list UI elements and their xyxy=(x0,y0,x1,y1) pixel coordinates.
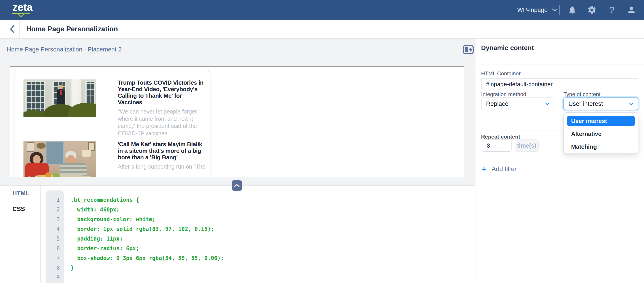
code-line-text: width: 460px; xyxy=(71,206,120,213)
repeat-count-input[interactable] xyxy=(482,140,512,152)
dropdown-option-matching[interactable]: Matching xyxy=(567,142,635,152)
placement-title: Home Page Personalization - Placement 2 xyxy=(7,43,122,56)
back-button[interactable] xyxy=(6,20,19,38)
type-of-content-label: Type of content xyxy=(564,91,600,98)
help-button[interactable]: ? xyxy=(605,0,618,20)
notifications-button[interactable] xyxy=(566,0,579,20)
code-line[interactable]: 4 border: 1px solid rgba(83, 97, 102, 0.… xyxy=(46,224,473,234)
integration-method-value: Replace xyxy=(486,100,508,108)
line-number: 2 xyxy=(46,206,64,213)
code-line[interactable]: 5 padding: 11px; xyxy=(46,234,473,244)
line-number: 7 xyxy=(46,255,64,261)
line-number: 4 xyxy=(46,226,64,232)
zeta-logo-arrow-icon xyxy=(18,14,24,18)
tab-html[interactable]: HTML xyxy=(0,186,40,201)
sidebar-title: Dynamic content xyxy=(481,44,534,52)
header-divider xyxy=(19,20,20,38)
chevron-down-icon xyxy=(545,102,550,105)
tab-css[interactable]: CSS xyxy=(0,201,40,217)
site-preview-panel: Trump Touts COVID Victories in Year-End … xyxy=(10,66,464,177)
help-icon: ? xyxy=(609,5,614,15)
code-line[interactable]: 8} xyxy=(46,263,473,272)
code-line[interactable]: 6 border-radius: 6px; xyxy=(46,244,473,253)
divider xyxy=(481,161,638,161)
preview-panel-icon xyxy=(462,45,474,54)
html-container-label: HTML Container xyxy=(481,70,520,77)
add-filter-button[interactable]: + Add filter xyxy=(482,165,516,173)
recommendations-widget: Trump Touts COVID Victories in Year-End … xyxy=(14,70,210,177)
integration-method-label: Integration method xyxy=(481,91,526,98)
gear-icon xyxy=(587,5,596,15)
line-number: 3 xyxy=(46,216,64,222)
article-excerpt: "We can never let people forget where it… xyxy=(118,108,206,137)
settings-button[interactable] xyxy=(585,0,599,20)
preview-toggle-button[interactable] xyxy=(462,45,474,54)
code-line[interactable]: 1.bt_recommendations { xyxy=(46,195,473,205)
navbar-divider xyxy=(559,5,560,15)
bell-icon xyxy=(568,6,577,14)
placement-divider xyxy=(460,44,460,55)
dropdown-option-alternative[interactable]: Alternative xyxy=(567,129,635,139)
repeat-unit-box: time(s) xyxy=(515,140,538,152)
dynamic-content-sidebar: Dynamic content HTML Container Integrati… xyxy=(475,39,644,283)
code-line[interactable]: 2 width: 460px; xyxy=(46,205,473,214)
editor-tab-column: HTML CSS xyxy=(0,186,40,283)
plus-icon: + xyxy=(482,165,486,173)
type-of-content-select[interactable]: User interest xyxy=(564,98,638,110)
article-item: Trump Touts COVID Victories in Year-End … xyxy=(24,80,206,137)
collapse-editor-button[interactable] xyxy=(232,180,242,191)
line-number: 8 xyxy=(46,265,64,271)
type-of-content-value: User interest xyxy=(568,100,603,108)
code-line[interactable]: 9 xyxy=(46,272,473,282)
dropdown-option-user-interest[interactable]: User interest xyxy=(567,116,635,126)
article-text: 'Call Me Kat' stars Mayim Bialik in a si… xyxy=(118,141,206,177)
zeta-logo-text: zeta xyxy=(12,2,40,13)
article-excerpt: After a long supporting run on "The xyxy=(118,163,206,170)
workspace-label: WP-Inpage xyxy=(517,6,548,14)
article-item: 'Call Me Kat' stars Mayim Bialik in a si… xyxy=(24,141,206,177)
app-screen: zeta WP-Inpage ? Home Page Personalizati… xyxy=(0,0,644,283)
code-lines[interactable]: 1.bt_recommendations {2 width: 460px;3 b… xyxy=(46,195,473,282)
code-editor-panel: HTML CSS 1.bt_recommendations {2 width: … xyxy=(0,185,475,283)
type-of-content-dropdown: User interest Alternative Matching xyxy=(564,112,638,154)
top-navbar: zeta WP-Inpage ? xyxy=(0,0,644,20)
line-number: 9 xyxy=(46,274,64,281)
line-number: 1 xyxy=(46,197,64,203)
integration-method-select[interactable]: Replace xyxy=(481,98,554,110)
code-line-text: border: 1px solid rgba(83, 97, 102, 0.15… xyxy=(71,226,214,232)
user-icon xyxy=(626,5,636,15)
chevron-up-icon xyxy=(234,184,240,187)
zeta-logo[interactable]: zeta xyxy=(12,2,40,18)
page-title: Home Page Personalization xyxy=(26,20,118,38)
chevron-left-icon xyxy=(10,25,15,34)
code-line-text: border-radius: 6px; xyxy=(71,245,139,252)
chevron-down-icon xyxy=(629,102,634,105)
workspace-switcher[interactable]: WP-Inpage xyxy=(517,0,558,20)
html-container-input[interactable] xyxy=(481,78,638,90)
code-line-text: } xyxy=(71,265,74,271)
code-line-text: box-shadow: 0 3px 6px rgba(34, 39, 55, 0… xyxy=(71,255,224,261)
account-button[interactable] xyxy=(624,0,638,20)
add-filter-label: Add filter xyxy=(492,166,517,173)
page-header: Home Page Personalization Save Done xyxy=(0,20,644,39)
article-image[interactable] xyxy=(24,80,96,117)
code-line-text: background-color: white; xyxy=(71,216,156,222)
article-headline[interactable]: 'Call Me Kat' stars Mayim Bialik in a si… xyxy=(118,141,206,161)
code-line-text: padding: 11px; xyxy=(71,236,123,242)
code-line-text: .bt_recommendations { xyxy=(71,197,139,203)
line-number: 5 xyxy=(46,236,64,242)
chevron-down-icon xyxy=(552,8,558,12)
repeat-content-label: Repeat content xyxy=(481,134,520,140)
divider xyxy=(476,64,644,65)
article-headline[interactable]: Trump Touts COVID Victories in Year-End … xyxy=(118,80,206,106)
article-text: Trump Touts COVID Victories in Year-End … xyxy=(118,80,206,137)
line-number: 6 xyxy=(46,245,64,252)
code-line[interactable]: 3 background-color: white; xyxy=(46,214,473,224)
article-image[interactable] xyxy=(24,141,96,177)
code-line[interactable]: 7 box-shadow: 0 3px 6px rgba(34, 39, 55,… xyxy=(46,253,473,263)
